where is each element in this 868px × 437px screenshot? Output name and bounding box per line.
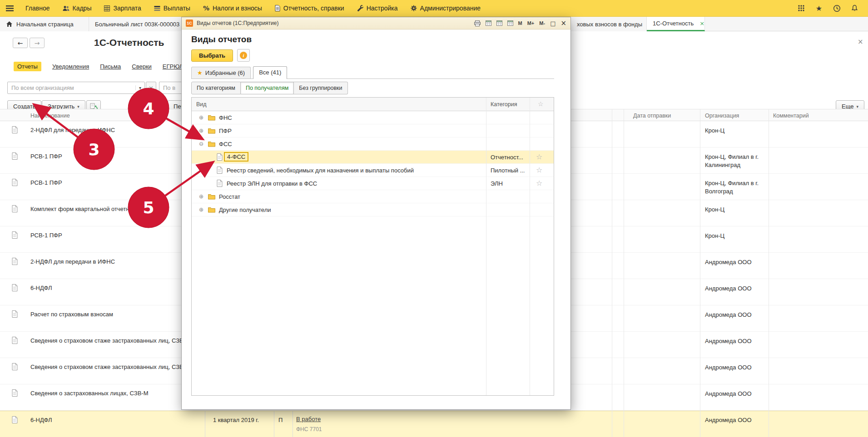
menu-label: Зарплата (113, 5, 141, 12)
tree-row-fns[interactable]: ⊕ ФНС (192, 111, 554, 124)
report-name: РСВ-1 ПФР (30, 232, 62, 239)
folder-icon (208, 207, 215, 214)
chevron-down-icon[interactable]: ▾ (135, 85, 144, 90)
organization-cell: Андромеда ООО (705, 258, 772, 266)
menu-item-settings[interactable]: Настройка (351, 0, 404, 16)
column-divider (700, 109, 700, 437)
menu-item-main[interactable]: Главное (19, 0, 56, 16)
forward-button[interactable]: → (30, 38, 45, 48)
memory-minus-button[interactable]: М- (539, 20, 545, 26)
folder-label: ПФР (219, 128, 232, 134)
status-link[interactable]: В работе (296, 416, 321, 422)
column-header-organization[interactable]: Организация (705, 113, 739, 119)
1c-logo-icon: 1С (186, 20, 193, 27)
close-tab-icon[interactable]: × (699, 20, 704, 27)
history-icon[interactable] (831, 3, 842, 14)
main-menu-button[interactable] (0, 0, 19, 16)
percent-icon: % (203, 5, 209, 12)
maximize-icon[interactable]: □ (550, 20, 556, 27)
dialog-titlebar[interactable]: 1С Виды отчетов (1С:Предприятие) М М+ М-… (182, 17, 570, 29)
spreadsheet-icon[interactable] (486, 20, 491, 26)
tab-contributions[interactable]: ховых взносов в фонды × (571, 17, 647, 31)
column-header-comment[interactable]: Комментарий (773, 113, 809, 119)
top-menu-bar: Главное Кадры Зарплата Выплаты % Налоги … (0, 0, 868, 17)
notifications-bell-icon[interactable] (849, 3, 860, 14)
menu-label: Настройка (367, 5, 398, 12)
expand-icon[interactable]: ⊕ (199, 114, 203, 121)
tree-row-rosstat[interactable]: ⊕ Росстат (192, 190, 554, 203)
tree-row-registry-info[interactable]: Реестр сведений, необходимых для назначе… (192, 164, 554, 177)
document-icon (12, 205, 18, 214)
folder-label: ФНС (219, 114, 232, 121)
column-divider (205, 411, 205, 437)
menu-item-hr[interactable]: Кадры (56, 0, 98, 16)
report-type-label: Реестр сведений, необходимых для назначе… (227, 167, 414, 174)
wrench-icon (357, 5, 363, 11)
tab-all[interactable]: Все (41) (253, 66, 287, 79)
column-divider (486, 98, 486, 395)
folder-label: Другие получатели (219, 206, 271, 213)
document-icon (12, 284, 18, 293)
tab-label: Начальная страница (16, 21, 74, 28)
tab-egrul[interactable]: ЕГРЮЛ (163, 63, 183, 70)
favorites-star-icon[interactable]: ★ (813, 3, 824, 14)
tab-favorites[interactable]: ★ Избранные (6) (191, 67, 251, 79)
report-name: 6-НДФЛ (30, 285, 52, 291)
favorite-star-icon[interactable]: ☆ (536, 166, 542, 174)
expand-icon[interactable]: ⊕ (199, 128, 203, 134)
spreadsheet-icon[interactable] (507, 20, 513, 26)
back-button[interactable]: ← (13, 38, 28, 48)
tab-1c-reporting[interactable]: 1С-Отчетность × (647, 17, 705, 31)
collapse-icon[interactable]: ⊖ (199, 141, 203, 147)
selected-report-row[interactable]: 6-НДФЛ 1 квартал 2019 г. П В работе ФНС … (0, 411, 868, 437)
print-icon[interactable] (474, 20, 481, 26)
toggle-no-grouping[interactable]: Без группировки (294, 82, 347, 94)
memory-plus-button[interactable]: М+ (527, 20, 535, 26)
tab-reconciliations[interactable]: Сверки (132, 63, 152, 70)
tree-row-4fss[interactable]: 4-ФСС Отчетност... ☆ (192, 151, 554, 164)
column-header-star-icon[interactable]: ☆ (538, 100, 544, 108)
toggle-by-categories[interactable]: По категориям (191, 82, 241, 94)
expand-icon[interactable]: ⊕ (199, 206, 203, 213)
memory-button[interactable]: М (518, 20, 522, 26)
menu-item-salary[interactable]: Зарплата (98, 0, 147, 16)
clear-filter-button[interactable]: × (146, 82, 156, 94)
document-icon (12, 179, 18, 187)
menu-item-taxes[interactable]: % Налоги и взносы (197, 0, 268, 16)
close-form-icon[interactable]: × (858, 38, 863, 46)
spreadsheet-icon[interactable] (496, 20, 502, 26)
tab-letters[interactable]: Письма (100, 63, 121, 70)
menu-item-reporting[interactable]: Отчетность, справки (268, 0, 351, 16)
category-cell: Отчетност... (491, 154, 523, 161)
tab-home[interactable]: Начальная страница (0, 17, 89, 31)
tree-row-other-recipients[interactable]: ⊕ Другие получатели (192, 203, 554, 216)
close-dialog-icon[interactable]: × (560, 19, 566, 27)
column-header-name[interactable]: Наименование (30, 113, 70, 119)
organization-filter-input[interactable] (8, 84, 135, 91)
document-icon (12, 231, 18, 240)
column-divider (274, 411, 274, 437)
favorite-star-icon[interactable]: ☆ (536, 152, 542, 161)
column-header-kind[interactable]: Вид (196, 101, 207, 108)
expand-icon[interactable]: ⊕ (199, 193, 203, 200)
tab-reports[interactable]: Отчеты (14, 62, 41, 71)
tree-row-pfr[interactable]: ⊕ ПФР (192, 124, 554, 137)
document-icon (12, 310, 18, 319)
tab-notifications[interactable]: Уведомления (52, 63, 89, 70)
info-button[interactable]: i (237, 49, 250, 62)
select-button[interactable]: Выбрать (191, 49, 233, 62)
apps-grid-icon[interactable] (796, 3, 807, 14)
menu-item-administration[interactable]: Администрирование (404, 0, 487, 16)
menu-item-payments[interactable]: Выплаты (148, 0, 197, 16)
toggle-by-recipients[interactable]: По получателям (241, 82, 294, 94)
report-marker: П (278, 417, 283, 423)
folder-icon (208, 115, 215, 122)
column-header-date-sent[interactable]: Дата отправки (633, 113, 671, 119)
organization-cell: Андромеда ООО (705, 363, 772, 372)
tree-row-registry-eln[interactable]: Реестр ЭЛН для отправки в ФСС ЭЛН ☆ (192, 177, 554, 190)
report-name: 2-НДФЛ для передачи в ИФНС (30, 258, 115, 265)
column-header-category[interactable]: Категория (491, 101, 517, 108)
favorite-star-icon[interactable]: ☆ (536, 179, 542, 187)
organization-filter: ▾ (7, 82, 145, 94)
tree-row-fss[interactable]: ⊖ ФСС (192, 137, 554, 151)
